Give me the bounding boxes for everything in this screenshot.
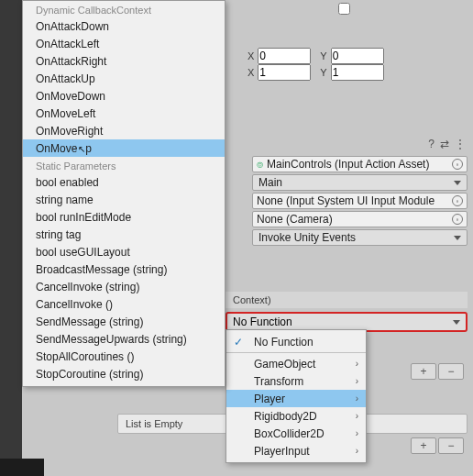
chevron-right-icon: › — [356, 411, 358, 421]
submenu-item-label: BoxCollider2D — [254, 427, 324, 440]
menu-item-onattackup[interactable]: OnAttackUp — [23, 70, 225, 87]
component-header-icons: ? ⇄ ⋮ — [428, 138, 466, 150]
behavior-value: Invoke Unity Events — [258, 231, 356, 244]
ui-module-value: None (Input System UI Input Module — [257, 194, 434, 207]
menu-item-stopallcoroutines-[interactable]: StopAllCoroutines () — [23, 348, 225, 365]
submenu-item-label: Player — [254, 393, 285, 405]
menu-item-string-tag[interactable]: string tag — [23, 226, 225, 243]
left-dark-strip-bottom — [0, 459, 44, 476]
menu-item-onmovedown[interactable]: OnMoveDown — [23, 87, 225, 105]
function-selector-value: No Function — [233, 315, 292, 328]
size-x-input[interactable] — [258, 64, 311, 81]
chevron-down-icon — [454, 236, 461, 240]
submenu-item-label: PlayerInput — [254, 445, 310, 458]
list-add-button[interactable]: + — [411, 437, 436, 454]
object-picker-icon[interactable]: ◦ — [452, 159, 463, 170]
menu-item-sendmessageupwards-string-[interactable]: SendMessageUpwards (string) — [23, 330, 225, 348]
menu-item-bool-useguilayout[interactable]: bool useGUILayout — [23, 243, 225, 260]
submenu-item-player[interactable]: Player› — [226, 390, 366, 407]
submenu-item-playerinput[interactable]: PlayerInput› — [226, 442, 366, 459]
plus-icon: + — [420, 365, 426, 378]
menu-item-bool-runineditmode[interactable]: bool runInEditMode — [23, 208, 225, 226]
preset-icon[interactable]: ⇄ — [440, 138, 449, 150]
menu-item-string-name[interactable]: string name — [23, 191, 225, 208]
size-y-input[interactable] — [331, 64, 384, 81]
actions-value: MainControls (Input Action Asset) — [267, 158, 429, 171]
offset-x-label: X — [248, 50, 254, 61]
menu-item-bool-enabled[interactable]: bool enabled — [23, 173, 225, 191]
submenu-item-label: GameObject — [254, 358, 315, 371]
submenu-item-label: Transform — [254, 375, 303, 388]
callback-method-menu: Dynamic CallbackContext OnAttackDownOnAt… — [22, 0, 226, 387]
list-add-button[interactable]: + — [411, 363, 436, 380]
submenu-item-transform[interactable]: Transform› — [226, 372, 366, 390]
behavior-dropdown[interactable]: Invoke Unity Events — [252, 229, 468, 246]
camera-value: None (Camera) — [257, 213, 333, 226]
plus-icon: + — [420, 439, 426, 452]
asset-icon: ⌾ — [257, 158, 263, 171]
callback-context-header: Context) — [226, 292, 468, 308]
minus-icon: − — [447, 439, 454, 452]
menu-item-broadcastmessage-string-[interactable]: BroadcastMessage (string) — [23, 260, 225, 278]
submenu-item-rigidbody2d[interactable]: Rigidbody2D› — [226, 407, 366, 425]
chevron-down-icon — [453, 320, 460, 325]
chevron-right-icon: › — [356, 376, 358, 386]
minus-icon: − — [447, 365, 454, 378]
object-picker-icon[interactable]: ◦ — [452, 195, 463, 206]
inspector-panel: Used By Effector X Y X Y ? ⇄ ⋮ ⌾ MainCon… — [0, 0, 473, 476]
menu-item-onattackright[interactable]: OnAttackRight — [23, 52, 225, 70]
submenu-divider — [226, 352, 366, 353]
chevron-right-icon: › — [356, 359, 358, 369]
submenu-item-no-function[interactable]: ✓ No Function — [226, 333, 366, 350]
menu-item-cancelinvoke-[interactable]: CancelInvoke () — [23, 295, 225, 313]
menu-item-stopcoroutine-string-[interactable]: StopCoroutine (string) — [23, 365, 225, 382]
help-icon[interactable]: ? — [428, 138, 434, 150]
camera-field[interactable]: None (Camera) ◦ — [252, 211, 468, 227]
cursor-icon: ↖ — [78, 144, 85, 154]
object-picker-icon[interactable]: ◦ — [452, 214, 463, 225]
menu-item-onmoveright[interactable]: OnMoveRight — [23, 122, 225, 139]
menu-item-onmoveup[interactable]: OnMove↖p — [23, 139, 225, 157]
used-by-effector-checkbox[interactable] — [338, 3, 350, 15]
offset-y-input[interactable] — [331, 48, 384, 64]
menu-item-sendmessage-string-[interactable]: SendMessage (string) — [23, 313, 225, 330]
ui-module-field[interactable]: None (Input System UI Input Module ◦ — [252, 193, 468, 209]
chevron-right-icon: › — [356, 428, 358, 438]
static-section-header: Static Parameters — [23, 157, 225, 173]
menu-item-onmoveleft[interactable]: OnMoveLeft — [23, 105, 225, 122]
list-remove-button[interactable]: − — [438, 437, 464, 454]
submenu-item-label: Rigidbody2D — [254, 410, 317, 423]
default-map-dropdown[interactable]: Main — [252, 174, 468, 191]
check-icon: ✓ — [234, 336, 243, 349]
submenu-item-gameobject[interactable]: GameObject› — [226, 355, 366, 372]
offset-x-input[interactable] — [258, 48, 311, 64]
actions-field[interactable]: ⌾ MainControls (Input Action Asset) ◦ — [252, 156, 468, 172]
size-x-label: X — [248, 67, 254, 78]
size-y-label: Y — [320, 67, 326, 78]
dynamic-section-header: Dynamic CallbackContext — [23, 1, 225, 17]
list-remove-button[interactable]: − — [438, 363, 464, 380]
submenu-no-function-label: No Function — [254, 336, 314, 349]
menu-item-onattackleft[interactable]: OnAttackLeft — [23, 35, 225, 52]
menu-item-cancelinvoke-string-[interactable]: CancelInvoke (string) — [23, 278, 225, 295]
function-submenu: ✓ No Function GameObject›Transform›Playe… — [226, 329, 367, 463]
menu-icon[interactable]: ⋮ — [455, 138, 466, 150]
submenu-item-boxcollider2d[interactable]: BoxCollider2D› — [226, 425, 366, 442]
chevron-down-icon — [454, 181, 461, 185]
offset-y-label: Y — [320, 50, 326, 61]
menu-item-onattackdown[interactable]: OnAttackDown — [23, 17, 225, 35]
chevron-right-icon: › — [356, 393, 358, 404]
chevron-right-icon: › — [356, 446, 358, 456]
default-map-value: Main — [258, 176, 282, 189]
left-dark-strip — [0, 0, 22, 476]
